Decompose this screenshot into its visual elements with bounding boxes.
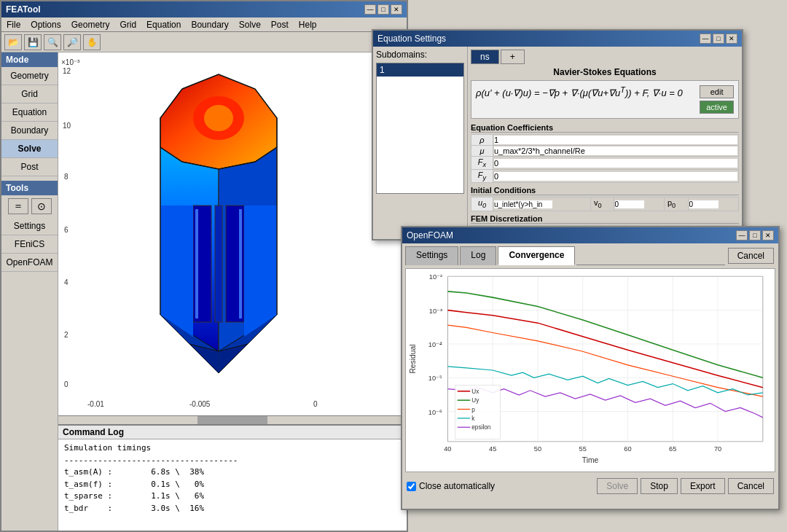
menu-boundary[interactable]: Boundary: [189, 19, 230, 31]
coeff-val-mu[interactable]: [493, 146, 739, 157]
y-tick-0: 0: [64, 380, 68, 388]
coeff-val-fx[interactable]: [493, 157, 739, 170]
of-close[interactable]: ✕: [762, 230, 774, 240]
grid-btn[interactable]: Grid: [1, 85, 58, 103]
settings-btn[interactable]: Settings: [1, 217, 58, 235]
of-minimize[interactable]: —: [736, 230, 748, 240]
cmd-line-1: Simulation timings: [64, 442, 401, 455]
coeff-val-fy[interactable]: [493, 170, 739, 183]
coeff-input-mu[interactable]: [494, 146, 737, 155]
svg-marker-13: [244, 206, 277, 337]
maximize-btn[interactable]: □: [377, 4, 389, 15]
cancel-btn-of[interactable]: Cancel: [728, 478, 774, 494]
formula-box: ρ(u' + (u·∇)u) = −∇p + ∇·(μ(∇u+∇uT)) + F…: [471, 80, 739, 119]
coeff-input-fy[interactable]: [494, 172, 737, 181]
eq-minimize[interactable]: —: [700, 34, 711, 44]
svg-text:50: 50: [534, 445, 541, 453]
active-btn[interactable]: active: [700, 101, 734, 114]
export-btn[interactable]: Export: [681, 478, 725, 494]
close-btn[interactable]: ✕: [391, 4, 402, 15]
eq-close[interactable]: ✕: [726, 34, 737, 44]
ic-input-v0[interactable]: [615, 200, 644, 208]
post-btn[interactable]: Post: [1, 158, 58, 176]
y-tick-8: 8: [64, 173, 68, 181]
coeff-name-mu: μ: [471, 146, 493, 157]
tab-convergence[interactable]: Convergence: [498, 246, 575, 265]
edit-btn[interactable]: edit: [700, 85, 734, 98]
toolbar: 📂 💾 🔍 🔎 ✋: [1, 32, 407, 52]
equals-icon[interactable]: ＝: [8, 198, 28, 214]
menu-file[interactable]: File: [4, 19, 23, 31]
svg-text:10⁻⁶: 10⁻⁶: [428, 409, 442, 416]
eq-tab-plus[interactable]: +: [501, 50, 525, 64]
openfoam-btn[interactable]: OpenFOAM: [1, 254, 58, 272]
menu-grid[interactable]: Grid: [117, 19, 138, 31]
coeff-name-rho: ρ: [471, 135, 493, 146]
zoom-out-btn[interactable]: 🔎: [63, 34, 81, 50]
svg-rect-7: [239, 209, 242, 318]
cmd-line-4: t_sparse : 1.1s \ 6%: [64, 490, 401, 503]
geometry-btn[interactable]: Geometry: [1, 67, 58, 85]
circle-icon[interactable]: ⊙: [31, 198, 52, 214]
svg-text:Residual: Residual: [409, 345, 417, 374]
x-tick-3: 0: [313, 400, 318, 408]
svg-text:Ux: Ux: [471, 388, 479, 395]
boundary-btn[interactable]: Boundary: [1, 122, 58, 140]
ic-input-u0[interactable]: [494, 200, 552, 208]
of-title-bar: OpenFOAM — □ ✕: [402, 227, 778, 243]
y-tick-10: 10: [63, 122, 71, 130]
cmd-line-sep: ------------------------------------: [64, 455, 401, 467]
solve-btn-of[interactable]: Solve: [597, 478, 638, 494]
eq-content: Subdomains: 1 ns + Navier-Stokes Equatio…: [373, 47, 742, 239]
zoom-in-btn[interactable]: 🔍: [44, 34, 61, 50]
scroll-thumb[interactable]: [197, 416, 267, 424]
eq-tab-ns[interactable]: ns: [471, 50, 499, 64]
close-auto-checkbox[interactable]: [407, 482, 416, 491]
eq-left: Subdomains: 1: [373, 47, 468, 239]
ic-name-p0: p0: [664, 197, 688, 211]
equation-btn[interactable]: Equation: [1, 103, 58, 122]
menu-equation[interactable]: Equation: [144, 19, 183, 31]
svg-text:70: 70: [714, 445, 721, 453]
stop-btn[interactable]: Stop: [641, 478, 678, 494]
save-btn[interactable]: 💾: [24, 34, 42, 50]
fenics-btn[interactable]: FEniCS: [1, 235, 58, 254]
coeff-input-rho[interactable]: [494, 136, 737, 144]
cancel-top-btn[interactable]: Cancel: [728, 248, 774, 264]
h-scrollbar[interactable]: [58, 415, 407, 424]
tab-log[interactable]: Log: [460, 246, 496, 265]
solve-btn[interactable]: Solve: [1, 140, 58, 158]
of-maximize[interactable]: □: [749, 230, 761, 240]
coeff-val-rho[interactable]: [493, 135, 739, 146]
cmd-line-2: t_asm(A) : 6.8s \ 38%: [64, 466, 401, 479]
pan-btn[interactable]: ✋: [83, 34, 101, 50]
menu-help[interactable]: Help: [297, 19, 319, 31]
coeff-name-fy: Fy: [471, 170, 493, 183]
coeff-row-mu: μ: [471, 146, 739, 157]
coeff-name-fx: Fx: [471, 157, 493, 170]
of-title: OpenFOAM: [407, 230, 453, 240]
minimize-btn[interactable]: —: [364, 4, 376, 15]
tab-spacer: [576, 246, 724, 265]
tab-settings[interactable]: Settings: [405, 246, 458, 265]
y-tick-4: 4: [64, 278, 68, 286]
subdomains-label: Subdomains:: [376, 50, 464, 60]
svg-text:Uy: Uy: [471, 397, 479, 404]
ic-input-p0[interactable]: [689, 200, 719, 208]
menu-post[interactable]: Post: [269, 19, 291, 31]
subdomain-item-1[interactable]: 1: [377, 63, 463, 77]
menu-solve[interactable]: Solve: [237, 19, 263, 31]
of-tab-bar: Settings Log Convergence Cancel: [402, 243, 778, 265]
x-tick-1: -0.01: [87, 400, 104, 408]
menu-options[interactable]: Options: [28, 19, 63, 31]
main-window: FEATool — □ ✕ File Options Geometry Grid…: [0, 0, 408, 532]
eq-maximize[interactable]: □: [713, 34, 724, 44]
coeff-input-fx[interactable]: [494, 159, 737, 168]
svg-text:10⁻⁵: 10⁻⁵: [428, 375, 442, 382]
eq-controls: — □ ✕: [700, 34, 737, 44]
ic-section-label: Initial Conditions: [471, 186, 739, 195]
eq-window: Equation Settings — □ ✕ Subdomains: 1 ns…: [372, 29, 743, 240]
menu-geometry[interactable]: Geometry: [69, 19, 112, 31]
of-window: OpenFOAM — □ ✕ Settings Log Convergence …: [401, 226, 780, 510]
open-btn[interactable]: 📂: [4, 34, 22, 50]
